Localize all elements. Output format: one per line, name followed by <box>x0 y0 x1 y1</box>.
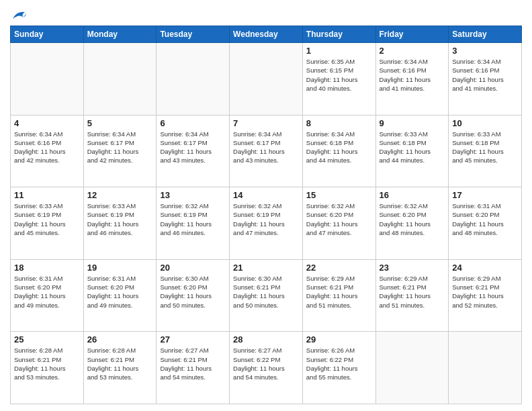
calendar-week-row: 4Sunrise: 6:34 AM Sunset: 6:16 PM Daylig… <box>11 115 522 187</box>
calendar-day-19: 19Sunrise: 6:31 AM Sunset: 6:20 PM Dayli… <box>83 259 157 332</box>
calendar-week-row: 1Sunrise: 6:35 AM Sunset: 6:15 PM Daylig… <box>11 43 522 116</box>
calendar-day-26: 26Sunrise: 6:28 AM Sunset: 6:21 PM Dayli… <box>83 332 157 404</box>
day-number: 2 <box>380 46 445 56</box>
day-number: 18 <box>14 263 80 273</box>
calendar-day-17: 17Sunrise: 6:31 AM Sunset: 6:20 PM Dayli… <box>449 187 522 260</box>
day-number: 5 <box>87 118 153 128</box>
calendar-day-9: 9Sunrise: 6:33 AM Sunset: 6:18 PM Daylig… <box>375 115 449 187</box>
day-info: Sunrise: 6:34 AM Sunset: 6:16 PM Dayligh… <box>452 57 518 93</box>
day-info: Sunrise: 6:31 AM Sunset: 6:20 PM Dayligh… <box>452 201 518 237</box>
day-number: 9 <box>380 118 445 128</box>
calendar-day-empty <box>449 332 522 404</box>
day-number: 11 <box>14 190 80 200</box>
calendar-week-row: 11Sunrise: 6:33 AM Sunset: 6:19 PM Dayli… <box>11 187 522 260</box>
day-number: 4 <box>14 118 80 128</box>
day-info: Sunrise: 6:34 AM Sunset: 6:17 PM Dayligh… <box>160 130 226 165</box>
calendar-day-empty <box>157 43 230 116</box>
day-info: Sunrise: 6:26 AM Sunset: 6:22 PM Dayligh… <box>306 346 372 381</box>
calendar-week-row: 25Sunrise: 6:28 AM Sunset: 6:21 PM Dayli… <box>11 332 522 404</box>
calendar-day-empty <box>83 43 157 116</box>
day-number: 7 <box>233 118 299 128</box>
calendar-day-6: 6Sunrise: 6:34 AM Sunset: 6:17 PM Daylig… <box>157 115 230 187</box>
header-monday: Monday <box>83 26 157 43</box>
calendar-day-11: 11Sunrise: 6:33 AM Sunset: 6:19 PM Dayli… <box>11 187 84 260</box>
day-info: Sunrise: 6:35 AM Sunset: 6:15 PM Dayligh… <box>306 57 372 93</box>
header-friday: Friday <box>375 26 449 43</box>
day-info: Sunrise: 6:33 AM Sunset: 6:19 PM Dayligh… <box>14 201 80 237</box>
calendar-day-5: 5Sunrise: 6:34 AM Sunset: 6:17 PM Daylig… <box>83 115 157 187</box>
day-info: Sunrise: 6:32 AM Sunset: 6:20 PM Dayligh… <box>380 201 445 237</box>
day-info: Sunrise: 6:32 AM Sunset: 6:20 PM Dayligh… <box>306 201 372 237</box>
calendar-table: SundayMondayTuesdayWednesdayThursdayFrid… <box>10 26 522 404</box>
calendar-day-1: 1Sunrise: 6:35 AM Sunset: 6:15 PM Daylig… <box>302 43 375 116</box>
calendar-day-16: 16Sunrise: 6:32 AM Sunset: 6:20 PM Dayli… <box>375 187 449 260</box>
logo <box>10 9 26 21</box>
calendar-week-row: 18Sunrise: 6:31 AM Sunset: 6:20 PM Dayli… <box>11 259 522 332</box>
day-number: 3 <box>452 46 518 56</box>
day-number: 26 <box>87 334 153 345</box>
day-number: 23 <box>380 263 445 273</box>
calendar-day-29: 29Sunrise: 6:26 AM Sunset: 6:22 PM Dayli… <box>302 332 375 404</box>
header-wednesday: Wednesday <box>230 26 303 43</box>
day-info: Sunrise: 6:28 AM Sunset: 6:21 PM Dayligh… <box>14 346 80 381</box>
day-info: Sunrise: 6:32 AM Sunset: 6:19 PM Dayligh… <box>160 201 226 237</box>
day-info: Sunrise: 6:27 AM Sunset: 6:21 PM Dayligh… <box>160 346 226 381</box>
header-saturday: Saturday <box>449 26 522 43</box>
day-number: 8 <box>306 118 372 128</box>
day-number: 12 <box>87 190 153 200</box>
calendar-day-25: 25Sunrise: 6:28 AM Sunset: 6:21 PM Dayli… <box>11 332 84 404</box>
day-info: Sunrise: 6:34 AM Sunset: 6:16 PM Dayligh… <box>14 130 80 165</box>
day-info: Sunrise: 6:30 AM Sunset: 6:20 PM Dayligh… <box>160 274 226 310</box>
calendar-day-27: 27Sunrise: 6:27 AM Sunset: 6:21 PM Dayli… <box>157 332 230 404</box>
day-info: Sunrise: 6:31 AM Sunset: 6:20 PM Dayligh… <box>87 274 153 310</box>
day-info: Sunrise: 6:29 AM Sunset: 6:21 PM Dayligh… <box>306 274 372 310</box>
day-number: 28 <box>233 334 299 345</box>
day-number: 13 <box>160 190 226 200</box>
day-number: 6 <box>160 118 226 128</box>
day-number: 17 <box>452 190 518 200</box>
calendar-day-20: 20Sunrise: 6:30 AM Sunset: 6:20 PM Dayli… <box>157 259 230 332</box>
page: SundayMondayTuesdayWednesdayThursdayFrid… <box>0 0 532 411</box>
calendar-day-28: 28Sunrise: 6:27 AM Sunset: 6:22 PM Dayli… <box>230 332 303 404</box>
day-info: Sunrise: 6:33 AM Sunset: 6:19 PM Dayligh… <box>87 201 153 237</box>
day-info: Sunrise: 6:28 AM Sunset: 6:21 PM Dayligh… <box>87 346 153 381</box>
day-info: Sunrise: 6:27 AM Sunset: 6:22 PM Dayligh… <box>233 346 299 381</box>
day-number: 16 <box>380 190 445 200</box>
day-number: 1 <box>306 46 372 56</box>
day-number: 10 <box>452 118 518 128</box>
logo-bird-icon <box>11 9 26 21</box>
day-number: 21 <box>233 263 299 273</box>
day-number: 19 <box>87 263 153 273</box>
day-info: Sunrise: 6:32 AM Sunset: 6:19 PM Dayligh… <box>233 201 299 237</box>
calendar-day-empty <box>230 43 303 116</box>
day-info: Sunrise: 6:29 AM Sunset: 6:21 PM Dayligh… <box>380 274 445 310</box>
calendar-day-8: 8Sunrise: 6:34 AM Sunset: 6:18 PM Daylig… <box>302 115 375 187</box>
day-info: Sunrise: 6:34 AM Sunset: 6:16 PM Dayligh… <box>380 57 445 93</box>
day-number: 25 <box>14 334 80 345</box>
day-number: 20 <box>160 263 226 273</box>
day-number: 15 <box>306 190 372 200</box>
day-info: Sunrise: 6:30 AM Sunset: 6:21 PM Dayligh… <box>233 274 299 310</box>
calendar-day-3: 3Sunrise: 6:34 AM Sunset: 6:16 PM Daylig… <box>449 43 522 116</box>
day-number: 22 <box>306 263 372 273</box>
day-info: Sunrise: 6:33 AM Sunset: 6:18 PM Dayligh… <box>380 130 445 165</box>
calendar-header-row: SundayMondayTuesdayWednesdayThursdayFrid… <box>11 26 522 43</box>
header-tuesday: Tuesday <box>157 26 230 43</box>
day-info: Sunrise: 6:34 AM Sunset: 6:18 PM Dayligh… <box>306 130 372 165</box>
calendar-day-13: 13Sunrise: 6:32 AM Sunset: 6:19 PM Dayli… <box>157 187 230 260</box>
day-number: 27 <box>160 334 226 345</box>
day-info: Sunrise: 6:33 AM Sunset: 6:18 PM Dayligh… <box>452 130 518 165</box>
calendar-day-18: 18Sunrise: 6:31 AM Sunset: 6:20 PM Dayli… <box>11 259 84 332</box>
calendar-day-24: 24Sunrise: 6:29 AM Sunset: 6:21 PM Dayli… <box>449 259 522 332</box>
calendar-day-empty <box>11 43 84 116</box>
day-number: 29 <box>306 334 372 345</box>
day-info: Sunrise: 6:34 AM Sunset: 6:17 PM Dayligh… <box>233 130 299 165</box>
calendar-day-21: 21Sunrise: 6:30 AM Sunset: 6:21 PM Dayli… <box>230 259 303 332</box>
calendar-day-4: 4Sunrise: 6:34 AM Sunset: 6:16 PM Daylig… <box>11 115 84 187</box>
header-sunday: Sunday <box>11 26 84 43</box>
header <box>10 7 522 21</box>
calendar-day-12: 12Sunrise: 6:33 AM Sunset: 6:19 PM Dayli… <box>83 187 157 260</box>
calendar-day-14: 14Sunrise: 6:32 AM Sunset: 6:19 PM Dayli… <box>230 187 303 260</box>
calendar-day-2: 2Sunrise: 6:34 AM Sunset: 6:16 PM Daylig… <box>375 43 449 116</box>
calendar-day-7: 7Sunrise: 6:34 AM Sunset: 6:17 PM Daylig… <box>230 115 303 187</box>
